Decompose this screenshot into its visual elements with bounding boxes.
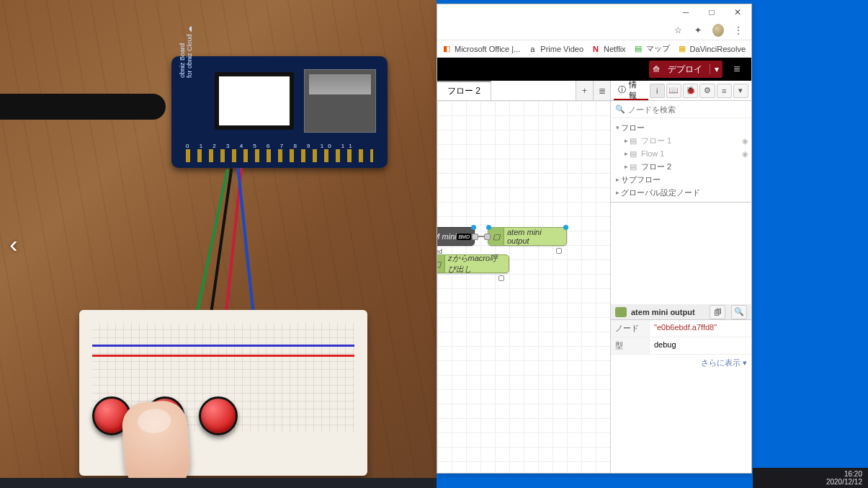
window-close-button[interactable]: ✕ xyxy=(725,5,750,19)
node-label: atem mini output xyxy=(507,228,559,245)
bookmark-star-icon[interactable]: ☆ xyxy=(672,25,684,36)
sidebar-tabs: ⓘ 情報 i 📖 🐞 ⚙ ≡ ▾ xyxy=(611,81,751,101)
bookmark-label: Prime Video xyxy=(540,45,583,53)
board-name: obniz Board xyxy=(179,43,186,78)
tree-subflows[interactable]: ▸サブフロー xyxy=(611,173,751,186)
window-maximize-button[interactable]: □ xyxy=(699,5,724,19)
finger xyxy=(121,399,192,488)
sidebar-btn-context[interactable]: ≡ xyxy=(717,84,732,98)
sidebar-btn-help[interactable]: 📖 xyxy=(666,84,681,98)
video-bottom-bar xyxy=(0,478,437,488)
tree-flow2[interactable]: ▸▤フロー 2 xyxy=(611,160,751,173)
usb-cable xyxy=(0,94,166,120)
gallery-prev-arrow[interactable]: ‹ xyxy=(4,230,23,259)
info-row-type: 型 debug xyxy=(611,337,751,355)
breadboard xyxy=(79,310,367,476)
node-status-toggle[interactable] xyxy=(498,275,504,281)
deploy-dropdown-icon[interactable]: ▾ xyxy=(710,64,722,74)
sidebar-btn-more[interactable]: ▾ xyxy=(733,84,748,98)
profile-avatar[interactable] xyxy=(712,25,724,36)
add-flow-button[interactable]: + xyxy=(576,81,593,100)
sidebar-tab-label: 情報 xyxy=(629,79,644,101)
node-output-port[interactable] xyxy=(472,234,478,240)
bookmark-label: Netflix xyxy=(604,45,626,53)
debug-node-icon: ▢ xyxy=(437,255,445,272)
sidebar-btn-info[interactable]: i xyxy=(650,84,665,98)
windows-systray[interactable]: 16:20 2020/12/12 xyxy=(753,468,868,488)
tree-label: フロー 2 xyxy=(641,161,671,172)
node-atem-output[interactable]: ▢ atem mini output xyxy=(488,227,567,246)
info-show-more[interactable]: さらに表示 ▾ xyxy=(611,355,751,371)
flow-list-button[interactable]: ≣ xyxy=(593,81,610,100)
window-minimize-button[interactable]: ─ xyxy=(674,5,698,19)
nodered-header: ⟰ デプロイ ▾ ≡ xyxy=(437,58,751,81)
flow-canvas[interactable]: EM mini BMD ected ▢ atem mini output xyxy=(437,101,610,473)
browser-toolbar: ☆ ✦ ⋮ xyxy=(437,20,751,40)
systray-clock[interactable]: 16:20 2020/12/12 xyxy=(826,470,862,486)
bookmark-microsoft-office[interactable]: ◧Microsoft Office |... xyxy=(442,44,520,54)
visibility-icon[interactable]: ◉ xyxy=(742,137,748,145)
sidebar-btn-debug[interactable]: 🐞 xyxy=(683,84,698,98)
flow-tabstrip: フロー 2 + ≣ xyxy=(437,81,610,101)
bookmark-prime-video[interactable]: aPrime Video xyxy=(527,44,583,54)
tree-label: Flow 1 xyxy=(641,149,664,158)
flow-tab-active[interactable]: フロー 2 xyxy=(437,81,491,100)
info-node-id[interactable]: "e0b6ebdf.a7ffd8" xyxy=(650,320,751,337)
tree-flow1-en[interactable]: ▸▤Flow 1◉ xyxy=(611,147,751,160)
tree-label: フロー 1 xyxy=(641,136,671,146)
sidebar-btn-config[interactable]: ⚙ xyxy=(699,84,715,98)
systray-date: 2020/12/12 xyxy=(826,478,862,486)
pin-header xyxy=(186,149,373,162)
debug-node-icon: ▢ xyxy=(488,228,504,245)
node-atem-mini[interactable]: EM mini BMD ected xyxy=(437,227,475,246)
bookmark-maps[interactable]: ▤マップ xyxy=(633,43,670,54)
info-selected-header: atem mini output 🗐 🔍 xyxy=(611,304,751,320)
board-subtitle: for obniz Cloud ☁ xyxy=(186,26,193,78)
node-macro-call[interactable]: ▢ zからmacro呼び出し xyxy=(437,254,509,273)
tree-label: フロー xyxy=(621,123,645,133)
nodered-sidebar: ⓘ 情報 i 📖 🐞 ⚙ ≡ ▾ 🔍 ▾フロー xyxy=(611,81,751,473)
tree-label: グローバル設定ノード xyxy=(621,187,700,198)
window-titlebar[interactable]: ─ □ ✕ xyxy=(437,4,751,20)
deploy-icon: ⟰ xyxy=(649,64,663,74)
esp32-module xyxy=(304,69,376,133)
node-changed-icon xyxy=(486,225,491,230)
node-type-icon xyxy=(615,307,627,317)
nodered-menu-button[interactable]: ≡ xyxy=(728,63,746,76)
info-key: 型 xyxy=(611,337,650,354)
tree-flows[interactable]: ▾フロー xyxy=(611,121,751,134)
deploy-label: デプロイ xyxy=(663,63,710,76)
info-type-value: debug xyxy=(650,337,751,354)
info-panel: atem mini output 🗐 🔍 ノード "e0b6ebdf.a7ffd… xyxy=(611,203,751,473)
browser-menu-icon[interactable]: ⋮ xyxy=(733,25,744,36)
info-copy-button[interactable]: 🗐 xyxy=(710,305,725,319)
bmd-badge: BMD xyxy=(457,234,471,240)
sidebar-search-input[interactable] xyxy=(628,105,747,114)
browser-window: ─ □ ✕ ☆ ✦ ⋮ ◧Microsoft Office |... aPrim… xyxy=(437,4,752,474)
tree-label: サブフロー xyxy=(621,174,661,185)
push-button-3[interactable] xyxy=(199,396,238,435)
visibility-icon[interactable]: ◉ xyxy=(742,150,748,158)
outline-tree: ▾フロー ▸▤フロー 1◉ ▸▤Flow 1◉ ▸▤フロー 2 ▸サブフロー ▸… xyxy=(611,118,751,203)
node-label: zからmacro呼び出し xyxy=(448,253,501,275)
board-display xyxy=(215,72,294,130)
extensions-icon[interactable]: ✦ xyxy=(692,25,704,36)
systray-time: 16:20 xyxy=(826,470,862,478)
obniz-board: obniz Board for obniz Cloud ☁ 0 1 2 3 4 … xyxy=(171,56,388,168)
info-row-node: ノード "e0b6ebdf.a7ffd8" xyxy=(611,320,751,337)
sidebar-tab-info[interactable]: ⓘ 情報 xyxy=(614,81,648,100)
node-input-port[interactable] xyxy=(484,234,491,240)
hardware-photo: ‹ obniz Board for obniz Cloud ☁ 0 1 2 3 … xyxy=(0,0,437,488)
node-changed-icon xyxy=(563,225,568,230)
tree-global-config[interactable]: ▸グローバル設定ノード xyxy=(611,186,751,199)
info-node-title: atem mini output xyxy=(631,308,695,316)
sidebar-search[interactable]: 🔍 xyxy=(611,101,751,118)
bookmark-davinci[interactable]: ▦DaVinciResolve xyxy=(677,44,746,54)
deploy-button[interactable]: ⟰ デプロイ ▾ xyxy=(649,61,722,78)
node-changed-icon xyxy=(471,225,476,230)
bookmark-netflix[interactable]: NNetflix xyxy=(591,44,626,54)
search-icon: 🔍 xyxy=(615,105,625,114)
node-status-toggle[interactable] xyxy=(556,248,562,254)
info-search-button[interactable]: 🔍 xyxy=(731,305,747,319)
tree-flow1-ja[interactable]: ▸▤フロー 1◉ xyxy=(611,134,751,147)
